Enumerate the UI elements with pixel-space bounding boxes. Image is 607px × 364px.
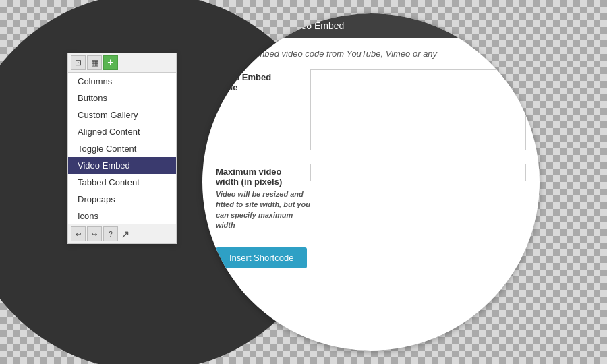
modal-title: Insert Shortcode: Video Embed [213,20,344,31]
help-button[interactable]: ? [103,226,118,241]
video-embed-textarea[interactable] [310,69,526,150]
modal-body: Grab the embed video code from YouTube, … [202,38,540,279]
video-embed-field [310,69,526,153]
video-embed-row: Video Embed Code [216,69,526,153]
dropdown-item-dropcaps[interactable]: Dropcaps [68,191,176,208]
modal-container: Insert Shortcode: Video Embed Grab the e… [202,13,540,279]
shortcode-dropdown: Columns Buttons Custom Gallery Aligned C… [68,73,176,224]
dropdown-item-video-embed[interactable]: Video Embed [68,157,176,174]
undo-button[interactable]: ↩ [71,226,86,241]
max-width-sublabel: Video will be resized and fitted to site… [216,189,310,231]
video-embed-label: Video Embed Code [216,69,310,92]
toolbar-btn-2[interactable]: ▦ [87,55,102,70]
white-circle-overlay: Insert Shortcode: Video Embed Grab the e… [202,13,540,351]
max-width-label: Maximum video width (in pixels) Video wi… [216,164,310,231]
max-width-input[interactable] [310,164,526,181]
dropdown-item-columns[interactable]: Columns [68,73,176,90]
dropdown-item-aligned-content[interactable]: Aligned Content [68,123,176,140]
dropdown-item-buttons[interactable]: Buttons [68,90,176,107]
toolbar-row-top: ⊡ ▦ + [68,53,176,73]
redo-button[interactable]: ↪ [87,226,102,241]
toolbar-row-bottom: ↩ ↪ ? ↗ [68,224,176,243]
dropdown-item-tabbed-content[interactable]: Tabbed Content [68,174,176,191]
cursor-indicator: ↗ [121,228,129,241]
dropdown-item-custom-gallery[interactable]: Custom Gallery [68,107,176,123]
dropdown-item-toggle-content[interactable]: Toggle Content [68,140,176,157]
dropdown-item-icons[interactable]: Icons [68,208,176,224]
max-width-row: Maximum video width (in pixels) Video wi… [216,164,526,231]
toolbar-area: ⊡ ▦ + Columns Buttons Custom Gallery Ali… [67,53,177,244]
add-shortcode-button[interactable]: + [103,55,118,70]
modal-header: Insert Shortcode: Video Embed [202,13,540,38]
toolbar-btn-1[interactable]: ⊡ [71,55,86,70]
modal-description: Grab the embed video code from YouTube, … [216,49,526,59]
max-width-field [310,164,526,181]
insert-shortcode-button[interactable]: Insert Shortcode [216,247,307,268]
